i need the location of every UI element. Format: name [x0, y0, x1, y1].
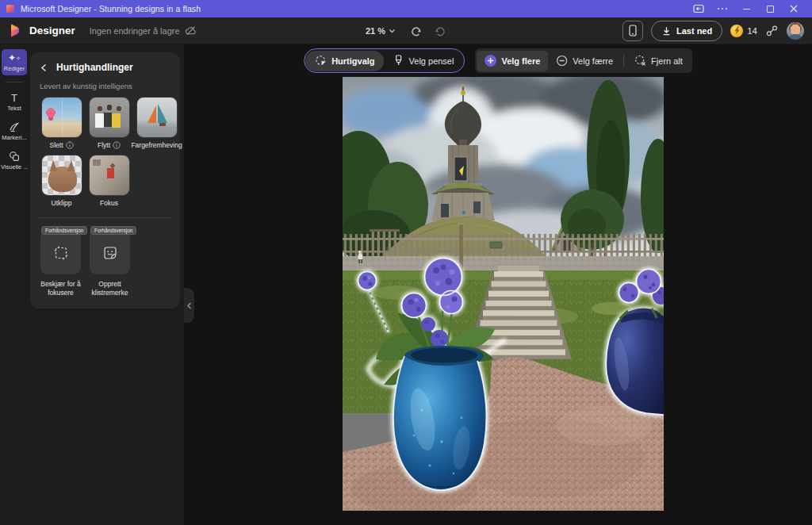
preview-badge: Forhåndsversjon — [90, 226, 136, 235]
panel-divider — [39, 217, 171, 218]
app-name: Designer — [29, 25, 75, 36]
slett-thumbnail — [41, 97, 82, 138]
download-icon — [661, 25, 672, 36]
deselect-icon — [634, 55, 646, 67]
rail-item-visuelle[interactable]: Visuelle ... — [2, 148, 27, 174]
select-mode-group: Hurtigvalg Velg pensel — [304, 48, 465, 73]
info-icon[interactable] — [66, 141, 74, 149]
action-beskjaer-for-fokus[interactable]: Forhåndsversjon Beskjær for åfokusere — [40, 231, 81, 297]
edit-sidepanel: Hurtighandlinger Levert av kunstig intel… — [29, 44, 184, 525]
undo-button[interactable] — [410, 25, 423, 36]
redo-button[interactable] — [434, 25, 446, 36]
share-icon — [765, 25, 779, 37]
window-maximize-icon[interactable] — [758, 0, 782, 17]
rail-item-markering[interactable]: Markeri... — [2, 118, 27, 144]
download-button[interactable]: Last ned — [651, 21, 722, 41]
back-button[interactable] — [40, 63, 48, 72]
sparkles-icon: ✦✧ — [8, 52, 21, 63]
fokus-thumbnail — [89, 155, 130, 196]
plus-circle-icon — [485, 55, 496, 67]
left-rail: ✦✧ Rediger T Tekst Markeri... Visuelle .… — [0, 44, 29, 525]
photo-artwork — [343, 77, 664, 511]
marker-pen-icon — [9, 121, 20, 132]
cloud-offline-icon — [185, 25, 197, 36]
window-close-icon[interactable] — [782, 0, 806, 17]
chevron-left-icon — [186, 302, 192, 309]
shapes-icon — [9, 151, 20, 162]
window-title: Microsoft Designer - Stunning designs in… — [21, 4, 201, 13]
preview-actions-row: Forhåndsversjon Beskjær for åfokusere Fo… — [36, 231, 174, 297]
mobile-preview-button[interactable] — [622, 21, 643, 41]
panel-subtitle: Levert av kunstig intelligens — [40, 82, 174, 90]
brush-icon — [394, 55, 404, 67]
canvas-image[interactable] — [343, 77, 664, 511]
clear-selection-button[interactable]: Fjern alt — [626, 51, 691, 71]
action-fargefremheving[interactable]: Fargefremheving — [134, 97, 179, 149]
phone-icon — [628, 25, 638, 36]
save-status: Ingen endringer å lagre — [90, 25, 197, 36]
brush-select-button[interactable]: Velg pensel — [385, 51, 464, 71]
action-flytt[interactable]: Flytt — [86, 97, 132, 149]
quick-select-icon — [315, 55, 327, 67]
rail-item-rediger[interactable]: ✦✧ Rediger — [2, 49, 27, 75]
credit-coin-icon — [730, 25, 743, 37]
app-toolbar: Designer Ingen endringer å lagre 21 % — [0, 17, 812, 44]
designer-logo-icon — [8, 23, 23, 38]
sticker-icon — [102, 244, 119, 262]
window-minimize-icon[interactable] — [734, 0, 758, 17]
fargefremheving-thumbnail — [136, 97, 178, 138]
panel-title: Hurtighandlinger — [56, 62, 133, 73]
action-slett[interactable]: Slett — [39, 97, 84, 149]
designer-app-window: Microsoft Designer - Stunning designs in… — [0, 0, 812, 525]
share-button[interactable] — [765, 25, 779, 37]
toolbar-divider — [623, 55, 624, 67]
design-canvas[interactable]: Hurtigvalg Velg pensel — [184, 44, 812, 525]
quick-actions-panel: Hurtighandlinger Levert av kunstig intel… — [30, 52, 180, 308]
rail-divider — [6, 82, 23, 82]
preview-badge: Forhåndsversjon — [41, 226, 87, 235]
window-titlebar: Microsoft Designer - Stunning designs in… — [0, 0, 812, 17]
zoom-level[interactable]: 21 % — [366, 26, 385, 36]
info-icon[interactable] — [113, 141, 121, 149]
panel-collapse-handle[interactable] — [184, 288, 194, 323]
credits-counter[interactable]: 14 — [730, 25, 757, 37]
open-in-browser-icon[interactable] — [687, 0, 710, 17]
action-opprett-klistremerke[interactable]: Forhåndsversjon Opprettklistremerke — [90, 231, 130, 297]
quick-select-button[interactable]: Hurtigvalg — [305, 51, 384, 71]
select-less-button[interactable]: Velg færre — [548, 51, 621, 71]
chevron-left-icon — [40, 63, 48, 72]
window-more-options-icon[interactable] — [710, 0, 734, 17]
user-avatar[interactable] — [787, 22, 804, 40]
action-fokus[interactable]: Fokus — [86, 155, 132, 207]
crop-focus-icon — [52, 244, 70, 262]
select-adjust-group: Velg flere Velg færre — [475, 48, 691, 73]
utklipp-thumbnail — [41, 155, 82, 196]
action-utklipp[interactable]: Utklipp — [39, 155, 84, 207]
selection-toolbar: Hurtigvalg Velg pensel — [304, 48, 692, 73]
select-more-button[interactable]: Velg flere — [477, 51, 548, 71]
quick-actions-grid: Slett Flytt Fargefremheving — [36, 97, 174, 213]
chevron-down-icon[interactable] — [389, 29, 396, 33]
rail-item-tekst[interactable]: T Tekst — [2, 89, 27, 115]
app-logo-icon — [6, 5, 14, 13]
flytt-thumbnail — [89, 97, 130, 138]
text-icon: T — [11, 92, 17, 103]
minus-circle-icon — [556, 55, 568, 67]
